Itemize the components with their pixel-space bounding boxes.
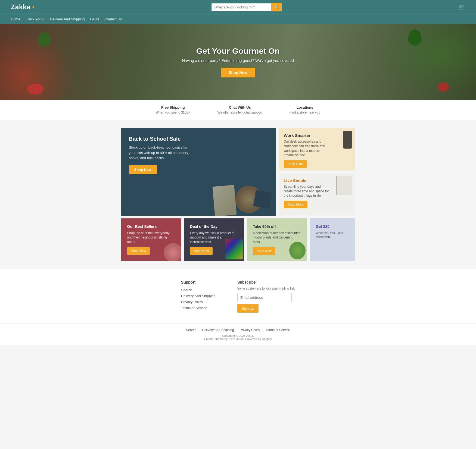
deal-title: Deal of the Day: [190, 224, 238, 229]
sign-up-button[interactable]: Sign Up: [237, 304, 259, 313]
get20-card: Get $20 When you spe... and online with.…: [310, 218, 355, 261]
back-to-school-card: Back to School Sale Stock up on back-to-…: [121, 128, 276, 216]
discount-cta[interactable]: Save Now: [253, 247, 275, 255]
logo-star: ✦: [31, 5, 35, 10]
discount-card: Take 60% off A selection of already disc…: [247, 218, 307, 261]
live-simpler-cta[interactable]: Read More: [284, 201, 307, 208]
feature-locations: Locations Find a store near you: [290, 105, 320, 114]
footer-bottom-privacy[interactable]: Privacy Policy: [237, 328, 263, 332]
promo-right-cards: Work Smarter Our desk accessories and st…: [279, 128, 355, 216]
deal-cta[interactable]: Shop Now: [190, 247, 213, 255]
bestsellers-desc: Shop the stuff that everybody and their …: [127, 231, 175, 244]
footer-support-col: Support Search Delivery And Shipping Pri…: [181, 280, 216, 313]
footer-copy: Copyright © 2023 Jikka. Empire Theme by …: [11, 334, 465, 341]
back-to-school-title: Back to School Sale: [129, 136, 269, 142]
footer-subscribe-desc: Invite customers to join your mailing li…: [237, 287, 295, 290]
header: Zakka✦ 🔍 🛒: [0, 0, 476, 14]
search-bar: 🔍: [211, 3, 282, 11]
back-to-school-cta[interactable]: Shop Now: [129, 165, 157, 174]
nav-track[interactable]: Track Your {: [26, 14, 45, 24]
footer-main: Support Search Delivery And Shipping Pri…: [0, 269, 476, 324]
footer-subscribe-heading: Subscribe: [237, 280, 295, 284]
work-smarter-cta[interactable]: Shop Gifts: [284, 160, 307, 168]
footer-link-search[interactable]: Search: [181, 288, 192, 292]
main-nav: Home Track Your { Delivery And Shipping …: [0, 14, 476, 24]
copyright-text: Copyright © 2023 Jikka.: [222, 334, 254, 337]
work-smarter-title: Work Smarter: [284, 133, 350, 138]
bestsellers-card: Our Best Sellers Shop the stuff that eve…: [121, 218, 181, 261]
work-smarter-desc: Our desk accessories and stationery can …: [284, 139, 330, 158]
feature-shipping-title: Free Shipping: [156, 105, 190, 109]
deal-card: Deal of the Day Every day we pick a prod…: [184, 218, 244, 261]
footer-subscribe-col: Subscribe Invite customers to join your …: [237, 280, 295, 313]
get20-desc: When you spe... and online with...: [316, 231, 349, 239]
hero-subtitle: Having a dinner party? Entertaining gues…: [182, 58, 294, 63]
footer-bottom-terms[interactable]: Terms of Service: [263, 328, 293, 332]
hero-title: Get Your Gourmet On: [182, 46, 294, 56]
feature-shipping: Free Shipping When you spend $100+: [156, 105, 190, 114]
footer-link-privacy[interactable]: Privacy Policy: [181, 300, 203, 304]
back-to-school-desc: Stock up on back-to-school basics for yo…: [129, 145, 194, 161]
subscribe-email-input[interactable]: [237, 293, 292, 302]
footer-support-heading: Support: [181, 280, 216, 284]
search-button[interactable]: 🔍: [271, 3, 282, 11]
search-input[interactable]: [211, 3, 271, 11]
hero-content: Get Your Gourmet On Having a dinner part…: [182, 46, 294, 77]
hero-banner: Get Your Gourmet On Having a dinner part…: [0, 24, 476, 100]
nav-delivery[interactable]: Delivery And Shipping: [50, 14, 85, 24]
discount-title: Take 60% off: [253, 224, 301, 229]
bottom-promo-row: Our Best Sellers Shop the stuff that eve…: [121, 218, 355, 261]
feature-chat-desc: We offer excellent chat support: [217, 111, 262, 114]
feature-shipping-desc: When you spend $100+: [156, 111, 190, 114]
cart-button[interactable]: 🛒: [458, 4, 465, 10]
hero-shop-now-button[interactable]: Shop Now: [221, 68, 255, 77]
footer-bottom-delivery[interactable]: Delivery And Shipping: [199, 328, 237, 332]
live-simpler-desc: Streamline your days and create more tim…: [284, 184, 330, 198]
powered-by-text: Empire Theme by Pixel Union. Powered by …: [204, 337, 272, 341]
bestsellers-cta[interactable]: Shop Now: [127, 247, 150, 255]
nav-faqs[interactable]: FAQs: [90, 14, 99, 24]
feature-locations-title: Locations: [290, 105, 320, 109]
features-bar: Free Shipping When you spend $100+ Chat …: [0, 100, 476, 120]
footer-bottom-links: Search Delivery And Shipping Privacy Pol…: [11, 328, 465, 332]
feature-chat: Chat With Us We offer excellent chat sup…: [217, 105, 262, 114]
bestsellers-title: Our Best Sellers: [127, 224, 175, 229]
nav-home[interactable]: Home: [11, 14, 20, 24]
footer-link-delivery[interactable]: Delivery And Shipping: [181, 294, 216, 298]
work-smarter-card: Work Smarter Our desk accessories and st…: [279, 128, 355, 171]
feature-chat-title: Chat With Us: [217, 105, 262, 109]
footer-bottom-search[interactable]: Search: [183, 328, 199, 332]
promo-grid: Back to School Sale Stock up on back-to-…: [121, 128, 355, 216]
get20-title: Get $20: [316, 224, 349, 229]
footer-bottom: Search Delivery And Shipping Privacy Pol…: [0, 324, 476, 345]
live-simpler-card: Live Simpler Streamline your days and cr…: [279, 173, 355, 216]
subscribe-form: Sign Up: [237, 293, 295, 313]
footer-link-terms[interactable]: Terms of Service: [181, 306, 207, 310]
feature-locations-desc: Find a store near you: [290, 111, 320, 114]
nav-contact[interactable]: Contact Us: [104, 14, 122, 24]
logo[interactable]: Zakka✦: [11, 3, 35, 11]
